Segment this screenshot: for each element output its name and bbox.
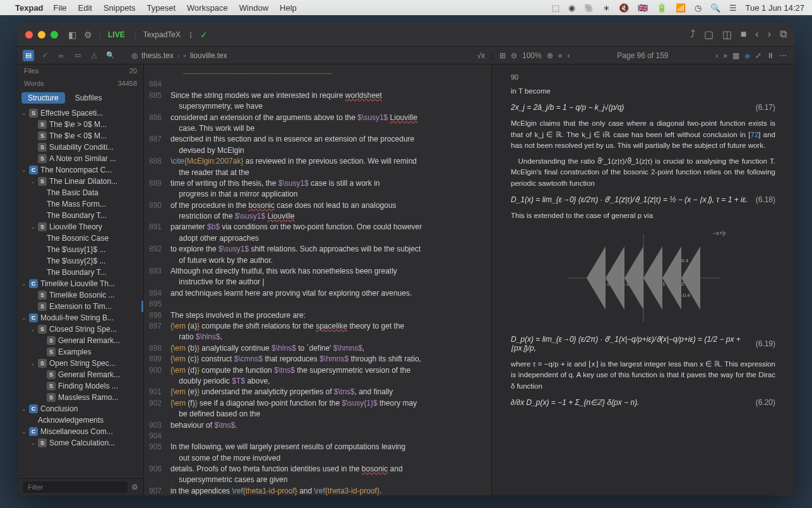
app-name[interactable]: Texpad xyxy=(15,3,44,13)
forward-icon[interactable]: › xyxy=(715,51,718,60)
sidebar-toggle-icon[interactable]: ◧ xyxy=(68,30,76,40)
outline-item[interactable]: ⌄CThe Noncompact C... xyxy=(18,164,143,176)
rewind-icon[interactable]: « xyxy=(558,51,563,60)
outline-item[interactable]: The Mass Form... xyxy=(18,198,143,210)
link-icon[interactable]: ∞ xyxy=(56,50,67,61)
outline-item[interactable]: The $\susy{2}$ ... xyxy=(18,255,143,267)
zoom-out-icon[interactable]: ⊖ xyxy=(511,51,517,60)
crumb-root[interactable]: thesis.tex xyxy=(141,51,174,60)
settings-icon[interactable]: ⚙ xyxy=(84,30,92,40)
tab-subfiles[interactable]: Subfiles xyxy=(69,92,109,104)
nav-back-icon[interactable]: ‹ xyxy=(755,28,758,40)
outline-item[interactable]: SGeneral Remark... xyxy=(18,369,143,380)
outline-item[interactable]: ⌄SThe Linear Dilaton... xyxy=(18,176,143,187)
outline-item[interactable]: SExtension to Tim... xyxy=(18,301,143,312)
outline-item[interactable]: ⌄SOpen String Spec... xyxy=(18,358,143,369)
layout-full-icon[interactable]: ■ xyxy=(741,28,747,40)
more-icon[interactable]: ⋯ xyxy=(779,51,787,60)
bluetooth-icon[interactable]: ∗ xyxy=(603,3,610,13)
check-icon[interactable]: ✓ xyxy=(39,50,51,61)
close-button[interactable] xyxy=(25,31,33,39)
tab-structure[interactable]: Structure xyxy=(21,92,65,104)
minimize-button[interactable] xyxy=(38,31,45,39)
datetime[interactable]: Tue 1 Jun 14:27 xyxy=(746,3,804,13)
eq-num: (6.19) xyxy=(756,339,775,348)
outline-item[interactable]: SGeneral Remark... xyxy=(18,335,143,346)
menu-window[interactable]: Window xyxy=(239,3,268,13)
engine-label[interactable]: TexpadTeX xyxy=(135,30,181,39)
nav-forward-icon[interactable]: › xyxy=(768,28,771,40)
outline-item[interactable]: ⌄SLiouville Theory xyxy=(18,221,143,233)
layout-split-icon[interactable]: ◫ xyxy=(722,28,732,40)
menu-typeset[interactable]: Typeset xyxy=(147,3,176,13)
ffwd-icon[interactable]: » xyxy=(723,51,727,60)
clock-icon[interactable]: ◷ xyxy=(695,3,702,13)
zoom-in-icon[interactable]: ⊕ xyxy=(547,51,553,60)
outline-item[interactable]: The Basic Data xyxy=(18,187,143,198)
folder-icon[interactable]: ▭ xyxy=(72,50,83,61)
crumb-file[interactable]: liouville.tex xyxy=(190,51,227,60)
outline-item[interactable]: SMassless Ramo... xyxy=(18,392,143,403)
wifi-icon[interactable]: 📶 xyxy=(676,3,686,13)
code-area[interactable]: ----------------------------------------… xyxy=(165,64,491,495)
outline-item[interactable]: SFinding Models ... xyxy=(18,380,143,392)
back-icon[interactable]: ‹ xyxy=(567,51,570,60)
status-icon[interactable]: ◉ xyxy=(568,3,575,13)
search-sidebar-icon[interactable]: 🔍 xyxy=(105,50,116,61)
share-icon[interactable]: ⤴ xyxy=(690,28,695,40)
outline-item[interactable]: ⌄SSome Calculation... xyxy=(18,437,143,449)
zoom-level[interactable]: 100% xyxy=(522,51,542,60)
outline-item[interactable]: Acknowledgements xyxy=(18,414,143,426)
window-controls xyxy=(25,31,58,39)
outline-item[interactable]: SSuitability Conditi... xyxy=(18,142,143,153)
live-indicator[interactable]: LIVE xyxy=(100,30,125,39)
evernote-icon[interactable]: 🐘 xyxy=(584,3,594,13)
filter-gear-icon[interactable]: ⚙ xyxy=(131,483,138,492)
warning-icon[interactable]: △ xyxy=(88,50,100,61)
outline-item[interactable]: ⌄CTimelike Liouville Th... xyxy=(18,278,143,289)
outline-item[interactable]: STimelike Bosonic ... xyxy=(18,289,143,301)
outline-item[interactable]: SThe $\e < 0$ M... xyxy=(18,130,143,142)
outline-item[interactable]: The Boundary T... xyxy=(18,210,143,221)
spotlight-icon[interactable]: 🔍 xyxy=(710,3,720,13)
mute-icon[interactable]: 🔇 xyxy=(619,3,629,13)
outline-item[interactable]: ⌄CModuli-free String B... xyxy=(18,312,143,324)
menu-help[interactable]: Help xyxy=(280,3,297,13)
outline-item[interactable]: The Boundary T... xyxy=(18,267,143,278)
expand-icon[interactable]: ⤢ xyxy=(755,51,761,60)
outline-mode-icon[interactable]: ▤ xyxy=(23,50,34,61)
dropbox-icon[interactable]: ⬚ xyxy=(552,3,559,13)
pdf-preview[interactable]: 90 in T become 2x_j = 2â_j/b = 1 − q/p −… xyxy=(491,64,794,495)
new-window-icon[interactable]: ⧉ xyxy=(780,28,787,40)
outline-item[interactable]: ⌄SEffective Spaceti... xyxy=(18,107,143,119)
outline-item[interactable]: SExamples xyxy=(18,346,143,358)
outline-item[interactable]: ⌄CConclusion xyxy=(18,403,143,414)
outline-item[interactable]: ⌄SClosed String Spe... xyxy=(18,324,143,335)
outline-item[interactable]: SA Note on Similar ... xyxy=(18,153,143,164)
filter-input[interactable] xyxy=(23,481,128,493)
sliders-icon[interactable]: ⫶ xyxy=(188,30,193,40)
maximize-button[interactable] xyxy=(51,31,58,39)
control-center-icon[interactable]: ☰ xyxy=(729,3,737,13)
pause-icon[interactable]: ⏸ xyxy=(767,51,774,60)
flag-icon[interactable]: 🇬🇧 xyxy=(638,3,648,13)
menu-snippets[interactable]: Snippets xyxy=(104,3,136,13)
menu-file[interactable]: File xyxy=(54,3,67,13)
status-ok-icon[interactable]: ✓ xyxy=(200,30,208,40)
outline-item[interactable]: The Bosonic Case xyxy=(18,233,143,244)
outline-item[interactable]: ⌄CMiscellaneous Com... xyxy=(18,426,143,437)
layout-single-icon[interactable]: ▢ xyxy=(704,28,713,40)
battery-icon[interactable]: 🔋 xyxy=(657,3,667,13)
sync-icon[interactable]: ◈ xyxy=(744,51,750,60)
outline-item[interactable]: SThe $\e > 0$ M... xyxy=(18,119,143,130)
grid-icon[interactable]: ⊞ xyxy=(499,51,506,60)
menu-workspace[interactable]: Workspace xyxy=(187,3,228,13)
outline-tree[interactable]: ⌄SEffective Spaceti...SThe $\e > 0$ M...… xyxy=(18,106,143,478)
page-mode-icon[interactable]: ▦ xyxy=(732,51,739,60)
code-editor[interactable]: 884885 886 887 888 889 890 891 892 893 8… xyxy=(144,64,491,495)
menu-edit[interactable]: Edit xyxy=(78,3,92,13)
outline-item[interactable]: The $\susy{1}$ ... xyxy=(18,244,143,255)
sqrt-icon[interactable]: √x xyxy=(477,51,485,60)
app-window: ◧ ⚙ LIVE TexpadTeX ⫶ ✓ ⤴ ▢ ◫ ■ ‹ › ⧉ ▤ ✓… xyxy=(18,23,794,495)
citation-ref[interactable]: 72 xyxy=(750,131,758,138)
